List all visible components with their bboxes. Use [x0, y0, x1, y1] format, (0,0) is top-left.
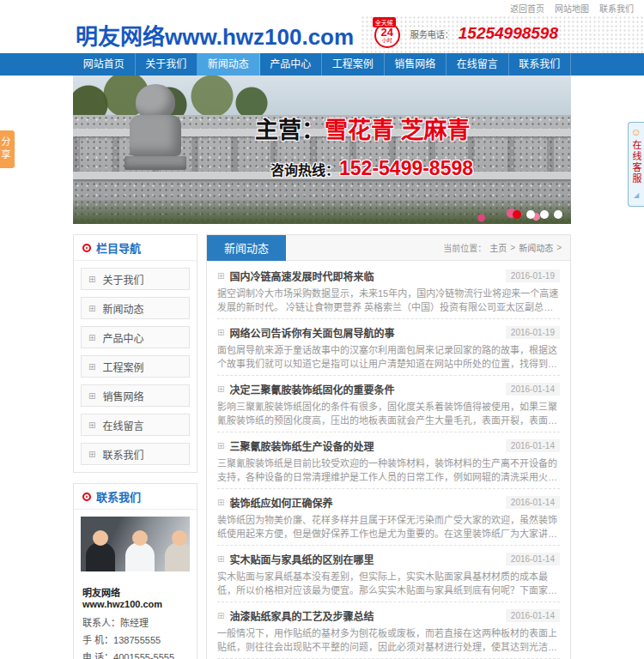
- phone-label: 服务电话：: [410, 27, 453, 40]
- news-title-link[interactable]: 三聚氰胺装饰纸生产设备的处理: [229, 438, 500, 453]
- contact-line-value: 陈经理: [120, 618, 149, 628]
- news-summary: 一般情况下，用作贴纸的基材多为刨花板或废板，而若直接在这两种板材的表面上贴纸，则…: [217, 626, 560, 654]
- news-list: ⊞ 国内冷链高速发展时代即将来临 2016-01-19 据空调制冷大市场采购数据…: [207, 261, 570, 659]
- news-title-link[interactable]: 国内冷链高速发展时代即将来临: [229, 269, 500, 283]
- header: 明友网络www.hwz100.com 24小时 全天候 服务电话： 152549…: [0, 15, 644, 53]
- news-date: 2016-01-19: [506, 326, 560, 339]
- sidebar-nav-item-label: 新闻动态: [102, 301, 143, 316]
- nav-item[interactable]: 在线留言: [447, 53, 509, 76]
- collapse-arrow-icon: ◢: [629, 191, 644, 199]
- news-title-link[interactable]: 装饰纸应如何正确保养: [229, 495, 500, 510]
- nav-item[interactable]: 关于我们: [136, 53, 198, 76]
- phone-number: 15254998598: [459, 24, 558, 43]
- nav-item[interactable]: 新闻动态: [197, 53, 260, 76]
- news-bullet-icon: ⊞: [217, 271, 224, 281]
- banner-main-label: 主营：: [255, 118, 325, 143]
- news-item: ⊞ 三聚氰胺装饰纸生产设备的处理 2016-01-14 三聚氰胺装饰纸是目前比较…: [217, 432, 560, 489]
- news-title-link[interactable]: 网络公司告诉你有关面包屑导航的事: [229, 325, 500, 340]
- stone-lion-statue: [123, 84, 188, 170]
- news-tab[interactable]: 新闻动态: [207, 235, 286, 261]
- nav-item[interactable]: 工程案例: [322, 53, 385, 76]
- news-date: 2016-01-19: [506, 269, 560, 282]
- banner-slogan: 主营：雪花青 芝麻青 咨询热线：152-5499-8598: [255, 112, 473, 180]
- sidebar-nav-item[interactable]: ⊞ 新闻动态: [81, 297, 190, 319]
- topbar-link[interactable]: 网站地图: [555, 2, 589, 15]
- news-date: 2016-01-14: [506, 439, 560, 452]
- sidebar-contact-box: 联系我们 明友网络www.hwz100.com 联系人：陈经理: [73, 483, 197, 659]
- sidebar-nav-item[interactable]: ⊞ 销售网络: [81, 384, 190, 407]
- site-logo: 明友网络www.hwz100.com: [76, 19, 354, 51]
- news-summary: 装饰纸因为物美价廉、花样多样并且属于环保无污染而广受大家的欢迎，虽然装饰纸使用起…: [217, 513, 560, 541]
- news-bullet-icon: ⊞: [217, 328, 224, 337]
- news-summary: 面包屑导航来源于童话故事中的汉塞尔利用面包屑来记录回家的路的故事，根据这个故事我…: [217, 343, 560, 371]
- breadcrumb-separator: >: [556, 243, 562, 252]
- target-icon: [82, 493, 91, 501]
- news-item: ⊞ 装饰纸应如何正确保养 2016-01-14 装饰纸因为物美价廉、花样多样并且…: [217, 489, 560, 546]
- nav-item[interactable]: 销售网络: [385, 53, 447, 76]
- page: 返回首页网站地图联系我们 明友网络www.hwz100.com 24小时 全天候…: [0, 0, 644, 659]
- online-service-label: 在线客服: [629, 140, 643, 184]
- plus-box-icon: ⊞: [88, 450, 95, 459]
- smiley-icon: ☺: [629, 126, 644, 138]
- carousel-dot[interactable]: [540, 210, 549, 219]
- news-bullet-icon: ⊞: [217, 384, 224, 394]
- plus-box-icon: ⊞: [88, 391, 95, 401]
- customer-service-photo: [81, 517, 190, 571]
- news-summary: 实木贴面与家具纸基本没有差别，但实际上，实实木贴面家具基材材质的成本最低，所以价…: [217, 570, 560, 597]
- online-service-tab[interactable]: ☺ 在线客服 ◢: [628, 122, 644, 207]
- nav-item[interactable]: 网站首页: [73, 53, 136, 76]
- news-item: ⊞ 油漆贴纸家具的工艺及步骤总结 2016-01-14 一般情况下，用作贴纸的基…: [217, 602, 560, 659]
- breadcrumb-current[interactable]: 新闻动态: [519, 241, 553, 254]
- banner-hotline-label: 咨询热线：: [270, 163, 339, 178]
- contact-line-label: 电 话：: [82, 652, 113, 659]
- topbar-link[interactable]: 返回首页: [510, 2, 544, 15]
- sidebar-nav-item[interactable]: ⊞ 产品中心: [81, 326, 190, 348]
- contact-line-label: 联系人：: [82, 618, 120, 628]
- breadcrumb-label: 当前位置：: [443, 241, 486, 254]
- breadcrumb: 当前位置： 主页 > 新闻动态 >: [443, 241, 570, 254]
- topbar: 返回首页网站地图联系我们: [0, 0, 644, 15]
- share-tab[interactable]: 分享: [0, 130, 15, 168]
- news-item: ⊞ 决定三聚氰胺装饰纸固化的重要条件 2016-01-14 影响三聚氰胺装饰纸固…: [217, 376, 560, 432]
- content-column: 新闻动态 当前位置： 主页 > 新闻动态 > ⊞: [206, 234, 571, 659]
- news-date: 2016-01-14: [506, 383, 560, 396]
- banner-greenery: [73, 200, 571, 224]
- sidebar-nav-item[interactable]: ⊞ 联系我们: [81, 443, 190, 465]
- news-summary: 影响三聚氰胺装饰纸固化的条件有很多，固化度关系着装饰值得被使用，如果三聚氰胺装饰…: [217, 400, 560, 427]
- banner-hotline-number: 152-5499-8598: [339, 157, 473, 179]
- carousel-dots: [513, 210, 562, 219]
- news-title-link[interactable]: 实木贴面与家具纸的区别在哪里: [229, 552, 500, 566]
- banner-main-products: 雪花青 芝麻青: [325, 118, 471, 143]
- nav-item[interactable]: 产品中心: [260, 53, 323, 76]
- contact-line-label: 手 机：: [82, 635, 113, 645]
- sidebar-nav-item[interactable]: ⊞ 工程案例: [81, 355, 190, 378]
- sidebar-contact-header: 联系我们: [74, 484, 197, 510]
- sidebar-nav-title: 栏目导航: [96, 239, 141, 256]
- news-date: 2016-01-14: [506, 609, 560, 622]
- news-date: 2016-01-14: [506, 496, 560, 509]
- carousel-dot[interactable]: [513, 210, 521, 219]
- nav-item[interactable]: 联系我们: [509, 53, 572, 76]
- news-item: ⊞ 网络公司告诉你有关面包屑导航的事 2016-01-19 面包屑导航来源于童话…: [217, 319, 560, 376]
- sidebar-nav-item-label: 工程案例: [102, 360, 143, 374]
- news-bullet-icon: ⊞: [217, 441, 224, 450]
- sidebar-nav-item[interactable]: ⊞ 关于我们: [81, 268, 190, 290]
- breadcrumb-home[interactable]: 主页: [489, 241, 507, 254]
- news-title-link[interactable]: 决定三聚氰胺装饰纸固化的重要条件: [229, 382, 500, 396]
- contact-line-value: 4001555-5555: [113, 652, 174, 659]
- service-hotline: 24小时 全天候 服务电话： 15254998598: [373, 17, 558, 50]
- news-bullet-icon: ⊞: [217, 611, 224, 620]
- sidebar-nav-item[interactable]: ⊞ 在线留言: [81, 414, 190, 436]
- sidebar-nav-item-label: 关于我们: [102, 272, 143, 287]
- news-title-link[interactable]: 油漆贴纸家具的工艺及步骤总结: [229, 608, 500, 623]
- news-summary: 据空调制冷大市场采购数据显示，未来15年内，国内冷链物流行业将迎来一个高速发展的…: [217, 287, 560, 314]
- news-item: ⊞ 实木贴面与家具纸的区别在哪里 2016-01-14 实木贴面与家具纸基本没有…: [217, 546, 560, 602]
- sidebar-nav-box: 栏目导航 ⊞ 关于我们 ⊞ 新闻动态: [73, 234, 197, 473]
- news-item: ⊞ 国内冷链高速发展时代即将来临 2016-01-19 据空调制冷大市场采购数据…: [217, 263, 560, 319]
- topbar-link[interactable]: 联系我们: [599, 2, 634, 15]
- carousel-dot[interactable]: [526, 210, 535, 219]
- contact-line: 联系人：陈经理: [82, 614, 188, 632]
- hero-banner: 主营：雪花青 芝麻青 咨询热线：152-5499-8598: [73, 76, 571, 224]
- news-bullet-icon: ⊞: [217, 554, 224, 564]
- carousel-dot[interactable]: [554, 210, 562, 219]
